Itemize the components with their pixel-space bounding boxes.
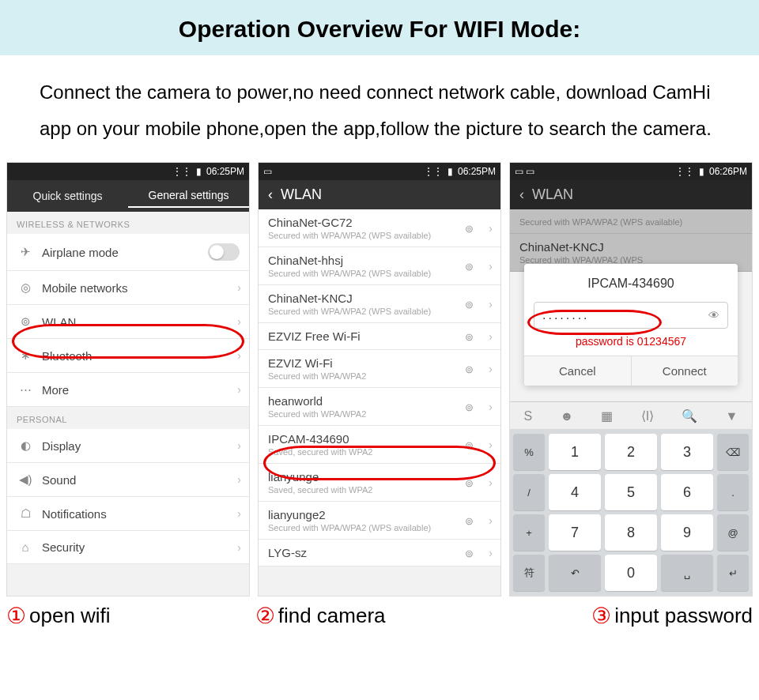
kb-tool[interactable]: 🔍 (682, 408, 697, 423)
key-0[interactable]: 0 (605, 555, 657, 591)
key-space[interactable]: ␣ (661, 555, 713, 591)
kb-tool[interactable]: ⟨I⟩ (641, 408, 654, 423)
cancel-button[interactable]: Cancel (524, 356, 632, 386)
wifi-sub: Saved, secured with WPA2 (268, 485, 372, 495)
wifi-row[interactable]: lianyunge2Secured with WPA/WPA2 (WPS ava… (259, 502, 500, 540)
photo-icon: ▭ (263, 166, 272, 177)
notifications-icon: ☖ (17, 506, 34, 521)
section-wireless: WIRELESS & NETWORKS (7, 212, 249, 234)
key-percent[interactable]: % (513, 434, 545, 470)
tab-general-settings[interactable]: General settings (128, 184, 249, 208)
airplane-icon: ✈ (17, 245, 34, 259)
key-1[interactable]: 1 (549, 434, 601, 470)
photo-icon: ▭ ▭ (515, 166, 534, 177)
chevron-right-icon: › (489, 260, 493, 273)
chevron-right-icon: › (237, 541, 241, 554)
wifi-row[interactable]: lianyungeSaved, secured with WPA2⊚› (259, 464, 500, 502)
key-slash[interactable]: / (513, 474, 545, 510)
wifi-signal-icon: ⊚ (465, 547, 474, 559)
key-enter[interactable]: ↵ (717, 555, 749, 591)
wifi-name: ChinaNet-hhsj (268, 254, 343, 267)
wifi-row[interactable]: EZVIZ Free Wi-Fi⊚› (259, 323, 500, 350)
chevron-right-icon: › (237, 507, 241, 520)
kb-tool[interactable]: S (524, 409, 533, 423)
highlight-circle-password (527, 310, 662, 335)
back-icon[interactable]: ‹ (268, 186, 273, 203)
chevron-right-icon: › (489, 547, 493, 559)
key-5[interactable]: 5 (605, 474, 657, 510)
tab-quick-settings[interactable]: Quick settings (7, 185, 128, 207)
wifi-row[interactable]: ChinaNet-hhsjSecured with WPA/WPA2 (WPS … (259, 247, 500, 285)
row-sound[interactable]: ◀) Sound › (7, 463, 249, 497)
wifi-sub: Secured with WPA/WPA2 (WPS available) (268, 307, 431, 316)
key-8[interactable]: 8 (605, 514, 657, 551)
bluetooth-icon: ∗ (17, 348, 34, 363)
key-3[interactable]: 3 (661, 434, 713, 470)
wifi-signal-icon: ⊚ (465, 330, 474, 342)
key-at[interactable]: @ (717, 514, 749, 551)
page-title: Operation Overview For WIFI Mode: (32, 16, 727, 43)
status-bar: ▭ ⋮⋮ ▮ 06:25PM (259, 163, 500, 180)
row-label: Notifications (42, 507, 240, 521)
battery-icon: ▮ (699, 166, 704, 177)
key-9[interactable]: 9 (661, 514, 713, 551)
row-display[interactable]: ◐ Display › (7, 429, 249, 463)
key-symbol[interactable]: 符 (513, 555, 545, 591)
phone-screenshot-1: ⋮⋮ ▮ 06:25PM Quick settings General sett… (6, 162, 250, 597)
row-wlan[interactable]: ⊚ WLAN › (7, 305, 249, 339)
wlan-title: WLAN (281, 186, 322, 203)
wifi-row[interactable]: ChinaNet-KNCJSecured with WPA/WPA2 (WPS … (259, 285, 500, 323)
header-bar: Operation Overview For WIFI Mode: (0, 0, 759, 55)
key-4[interactable]: 4 (549, 474, 601, 510)
key-2[interactable]: 2 (605, 434, 657, 470)
row-label: Display (42, 439, 240, 453)
key-7[interactable]: 7 (549, 514, 601, 551)
row-airplane-mode[interactable]: ✈ Airplane mode (7, 234, 249, 271)
security-icon: ⌂ (17, 540, 34, 554)
row-label: WLAN (42, 315, 240, 329)
connect-button[interactable]: Connect (632, 356, 738, 386)
wlan-title-bar: ‹ WLAN (510, 180, 752, 209)
dialog-title: IPCAM-434690 (534, 277, 728, 291)
chevron-right-icon: › (489, 438, 493, 451)
wifi-sub: Secured with WPA/WPA2 (WPS available) (268, 269, 431, 278)
wlan-icon: ⊚ (17, 314, 34, 329)
wifi-row[interactable]: heanworldSecured with WPA/WPA2⊚› (259, 388, 500, 426)
row-label: Mobile networks (42, 281, 240, 295)
row-notifications[interactable]: ☖ Notifications › (7, 497, 249, 531)
caption-2: ② find camera (255, 603, 504, 629)
key-backspace[interactable]: ⌫ (717, 434, 749, 470)
step-number-2: ② (255, 603, 275, 629)
wifi-row[interactable]: ChinaNet-GC72Secured with WPA/WPA2 (WPS … (259, 209, 500, 247)
wifi-name: ChinaNet-KNCJ (268, 292, 353, 305)
row-mobile-networks[interactable]: ◎ Mobile networks › (7, 271, 249, 305)
row-bluetooth[interactable]: ∗ Bluetooth › (7, 339, 249, 373)
row-more[interactable]: ⋯ More › (7, 373, 249, 407)
key-plus[interactable]: + (513, 514, 545, 551)
wifi-signal-icon: ⊚ (465, 298, 474, 310)
wifi-sub: Secured with WPA/WPA2 (268, 409, 366, 419)
kb-tool[interactable]: ☻ (560, 409, 573, 423)
row-security[interactable]: ⌂ Security › (7, 531, 249, 564)
key-6[interactable]: 6 (661, 474, 713, 510)
kb-tool[interactable]: ▼ (726, 409, 738, 423)
key-undo[interactable]: ↶ (549, 555, 601, 591)
airplane-toggle[interactable] (208, 243, 240, 261)
kb-tool[interactable]: ▦ (601, 408, 613, 423)
dialog-buttons: Cancel Connect (524, 356, 738, 386)
eye-icon[interactable]: 👁 (708, 309, 719, 322)
screenshots-row: ⋮⋮ ▮ 06:25PM Quick settings General sett… (0, 162, 759, 597)
battery-icon: ▮ (447, 166, 453, 177)
password-note: password is 01234567 (534, 335, 728, 348)
chevron-right-icon: › (489, 514, 493, 527)
wlan-title-bar: ‹ WLAN (259, 180, 500, 209)
status-bar: ▭ ▭ ⋮⋮ ▮ 06:26PM (510, 163, 752, 180)
wifi-signal-icon: ⊚ (465, 222, 474, 234)
mobile-networks-icon: ◎ (17, 280, 34, 295)
chevron-right-icon: › (237, 315, 241, 328)
wifi-row[interactable]: LYG-sz⊚› (259, 540, 500, 566)
wifi-row[interactable]: EZVIZ Wi-FiSecured with WPA/WPA2⊚› (259, 350, 500, 388)
wifi-row[interactable]: IPCAM-434690Saved, secured with WPA2⊚› (259, 426, 500, 464)
key-dot[interactable]: . (717, 474, 749, 510)
wifi-name: ChinaNet-GC72 (268, 216, 353, 229)
